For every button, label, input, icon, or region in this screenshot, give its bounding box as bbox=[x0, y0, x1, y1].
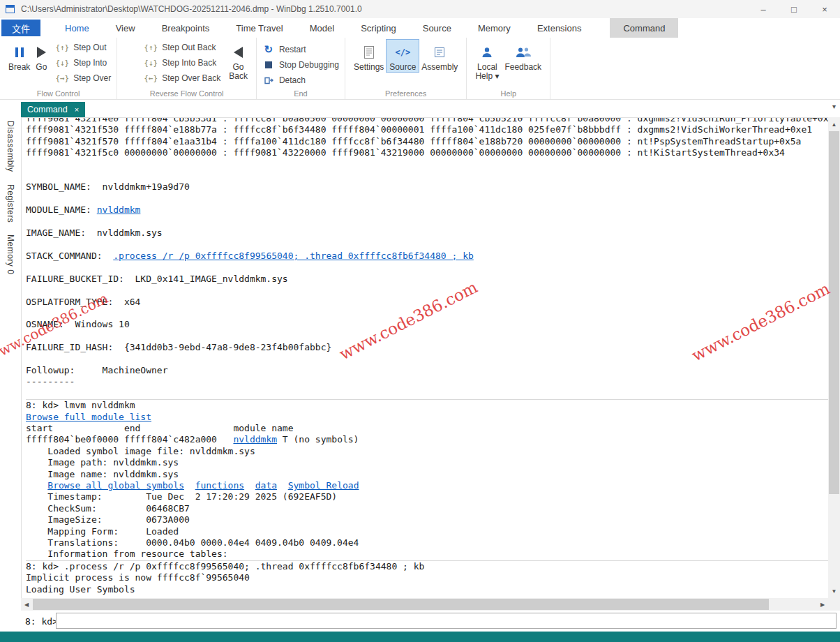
console-line: fffff804`be0f0000 fffff804`c482a000 nvld… bbox=[26, 434, 828, 445]
sidebar-item-disassembly[interactable]: Disassembly bbox=[6, 118, 15, 175]
console-link[interactable]: Browse full module list bbox=[26, 412, 151, 422]
step-out-label: Step Out bbox=[73, 43, 106, 52]
console-line bbox=[26, 285, 828, 296]
command-input-box[interactable] bbox=[56, 613, 837, 629]
console-line bbox=[26, 216, 828, 227]
console-text: Translations: 0000.04b0 0000.04e4 0409.0… bbox=[26, 537, 359, 548]
console-text: Image name: nvlddmkm.sys bbox=[26, 469, 179, 479]
sidebar-item-registers[interactable]: Registers bbox=[6, 181, 15, 225]
console-link[interactable]: data bbox=[255, 480, 277, 491]
console-line: Loading User Symbols bbox=[26, 584, 828, 595]
tab-view[interactable]: View bbox=[103, 18, 149, 38]
maximize-button[interactable]: □ bbox=[779, 0, 809, 18]
sidebar-item-memory-0[interactable]: Memory 0 bbox=[6, 232, 15, 277]
step-into-back-icon: {↓} bbox=[144, 59, 158, 68]
console-text: Image path: nvlddmkm.sys bbox=[26, 457, 179, 468]
vertical-scrollbar[interactable]: ▲ ▼ bbox=[828, 117, 840, 598]
close-icon[interactable]: × bbox=[75, 105, 79, 114]
ribbon-group-flow-control: Break Go {↑} Step Out {↓} Step Into {→} … bbox=[0, 38, 117, 99]
console-line: 8: kd> .process /r /p 0xffffcc8f99565040… bbox=[26, 560, 828, 572]
tab-memory[interactable]: Memory bbox=[465, 18, 524, 38]
tab-command[interactable]: Command bbox=[610, 18, 678, 38]
tab-home[interactable]: Home bbox=[52, 18, 103, 38]
console-link[interactable]: nvlddmkm bbox=[233, 434, 277, 445]
console-link[interactable]: functions bbox=[195, 480, 244, 491]
tab-time-travel[interactable]: Time Travel bbox=[223, 18, 296, 38]
console-line: Browse full module list bbox=[26, 412, 828, 423]
step-over-back-label: Step Over Back bbox=[162, 73, 220, 83]
tab-source[interactable]: Source bbox=[410, 18, 465, 38]
go-label: Go bbox=[36, 63, 47, 72]
break-label: Break bbox=[8, 63, 30, 72]
restart-icon: ↻ bbox=[262, 43, 275, 56]
console-text: ffff9081`4321f570 fffff804`e1aa31b4 : ff… bbox=[26, 136, 801, 147]
console-text: Implicit process is now ffffcc8f`9956504… bbox=[26, 572, 250, 583]
assembly-icon bbox=[433, 42, 447, 63]
detach-button[interactable]: Detach bbox=[262, 73, 306, 88]
restart-button[interactable]: ↻ Restart bbox=[262, 42, 306, 57]
tab-extensions[interactable]: Extensions bbox=[524, 18, 595, 38]
step-into-back-button[interactable]: {↓} Step Into Back bbox=[144, 55, 220, 70]
console-text: Loading User Symbols bbox=[26, 584, 135, 595]
local-help-button[interactable]: Local Help ▾ bbox=[472, 40, 502, 81]
assembly-mode-button[interactable]: Assembly bbox=[419, 40, 460, 72]
tab-scripting[interactable]: Scripting bbox=[347, 18, 410, 38]
chevron-down-icon[interactable]: ▾ bbox=[832, 103, 836, 110]
console-line bbox=[26, 239, 828, 250]
console-output[interactable]: ffff9081`4321f4e0 fffff804`cb5b53d1 : ff… bbox=[21, 117, 828, 598]
break-button[interactable]: Break bbox=[6, 40, 33, 72]
console-text: T (no symbols) bbox=[277, 434, 359, 445]
close-button[interactable]: × bbox=[809, 0, 840, 18]
step-into-button[interactable]: {↓} Step Into bbox=[55, 55, 111, 70]
step-into-icon: {↓} bbox=[55, 59, 69, 68]
reverse-step-buttons: {↑} Step Out Back {↓} Step Into Back {←}… bbox=[144, 40, 220, 86]
scroll-right-icon[interactable]: ▶ bbox=[817, 598, 828, 611]
console-text: Information from resource tables: bbox=[26, 548, 228, 559]
console-line: --------- bbox=[26, 376, 828, 387]
step-out-back-button[interactable]: {↑} Step Out Back bbox=[144, 40, 220, 55]
step-over-back-button[interactable]: {←} Step Over Back bbox=[144, 70, 220, 86]
go-button[interactable]: Go bbox=[33, 40, 50, 72]
console-line: FAILURE_BUCKET_ID: LKD_0x141_IMAGE_nvldd… bbox=[26, 274, 828, 285]
source-mode-button[interactable]: </> Source bbox=[387, 40, 419, 72]
console-line: Information from resource tables: bbox=[26, 548, 828, 560]
console-link[interactable]: .process /r /p 0xffffcc8f99565040; .thre… bbox=[113, 251, 474, 261]
scroll-down-icon[interactable]: ▼ bbox=[828, 585, 840, 597]
restart-label: Restart bbox=[279, 45, 306, 54]
ribbon-tab-strip: 文件 Home View Breakpoints Time Travel Mod… bbox=[0, 18, 840, 38]
console-link[interactable]: Browse all global symbols bbox=[47, 480, 184, 491]
stop-debugging-button[interactable]: Stop Debugging bbox=[262, 57, 339, 73]
scroll-left-icon[interactable]: ◀ bbox=[21, 598, 32, 611]
minimize-button[interactable]: – bbox=[748, 0, 779, 18]
pause-icon bbox=[14, 42, 25, 63]
window-title: C:\Users\Administrator\Desktop\WATCHDOG-… bbox=[21, 4, 362, 14]
console-text: FAILURE_ID_HASH: {341dd0b3-9ebd-47a8-9de… bbox=[26, 342, 331, 352]
command-input[interactable] bbox=[57, 613, 836, 628]
console-text: fffff804`be0f0000 fffff804`c482a000 bbox=[26, 434, 233, 445]
scroll-up-icon[interactable]: ▲ bbox=[828, 119, 840, 130]
console-link[interactable]: nvlddmkm bbox=[97, 204, 141, 215]
local-help-label-2: Help ▾ bbox=[475, 72, 499, 81]
vertical-scrollbar-thumb[interactable] bbox=[829, 131, 839, 494]
console-text: --------- bbox=[26, 376, 75, 387]
horizontal-scrollbar[interactable]: ◀ ▶ bbox=[21, 598, 828, 611]
tab-breakpoints[interactable]: Breakpoints bbox=[149, 18, 223, 38]
console-text bbox=[277, 480, 288, 491]
step-over-button[interactable]: {→} Step Over bbox=[55, 70, 111, 86]
go-back-button[interactable]: Go Back bbox=[226, 40, 250, 81]
console-text bbox=[244, 480, 255, 491]
command-panel-tab[interactable]: Command × bbox=[21, 102, 85, 117]
console-link[interactable]: Symbol Reload bbox=[288, 480, 359, 491]
step-out-button[interactable]: {↑} Step Out bbox=[55, 40, 111, 55]
console-text: IMAGE_NAME: nvlddmkm.sys bbox=[26, 227, 163, 238]
settings-button[interactable]: Settings bbox=[351, 40, 387, 72]
tab-file[interactable]: 文件 bbox=[1, 20, 40, 36]
step-into-back-label: Step Into Back bbox=[162, 58, 216, 68]
feedback-button[interactable]: Feedback bbox=[502, 40, 544, 72]
tab-model[interactable]: Model bbox=[297, 18, 347, 38]
play-back-icon bbox=[234, 42, 243, 63]
command-prompt-row: 8: kd> bbox=[0, 611, 840, 632]
console-line: Loaded symbol image file: nvlddmkm.sys bbox=[26, 446, 828, 457]
step-over-icon: {→} bbox=[55, 74, 69, 83]
horizontal-scrollbar-thumb[interactable] bbox=[33, 599, 769, 610]
